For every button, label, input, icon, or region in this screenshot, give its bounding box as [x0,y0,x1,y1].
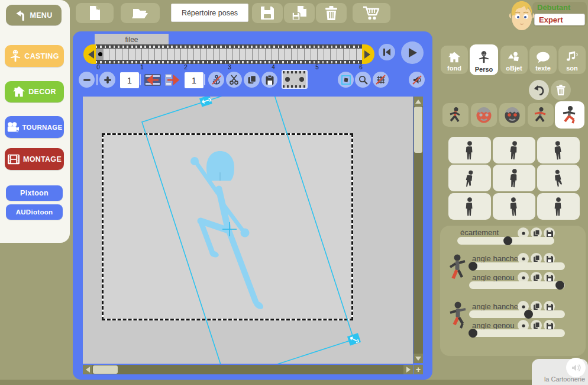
pose-button[interactable] [448,165,491,191]
leg2-genou-slider[interactable] [469,329,565,337]
character-variant-arms[interactable] [528,103,554,127]
scroll-up-button[interactable] [413,97,423,106]
play-button[interactable] [401,41,424,64]
canvas-overlay [83,97,413,364]
resize-handle-corner[interactable] [347,333,361,346]
character-variant-body[interactable] [442,103,469,127]
animation-canvas[interactable] [83,97,413,364]
sidebar-item-decor[interactable]: DECOR [5,81,64,102]
stick-figure-red-arms-icon [532,107,549,123]
pose-button[interactable] [448,137,491,163]
save-button[interactable] [252,3,283,23]
repertoire-poses-button[interactable]: Répertoire poses [171,4,248,22]
camera-icon [7,121,20,133]
new-file-button[interactable] [76,3,114,23]
leg1-genou-knob[interactable] [555,281,564,290]
vertical-scroll-thumb[interactable] [414,107,422,153]
leg1-genou-label: angle genou [472,273,515,282]
scroll-right-button[interactable] [403,365,413,374]
pose-button[interactable] [537,165,580,191]
zoom-tool-button[interactable] [355,72,371,88]
rewind-button[interactable] [379,44,395,60]
tab-fond[interactable]: fond [441,46,468,74]
sidebar-item-label: DECOR [28,88,56,96]
horizontal-scrollbar[interactable] [83,365,413,374]
tab-texte[interactable]: texte [529,46,557,74]
shop-button[interactable] [353,3,390,23]
sidebar-item-audiotoon[interactable]: AUDiotoon [6,204,63,220]
tab-label: Perso [475,66,493,73]
pose-button[interactable] [537,137,580,163]
undo-button[interactable] [529,80,549,100]
scarecrow-icon [478,50,490,65]
paste-button[interactable] [261,72,277,88]
timeline-tick: 3 [224,64,235,70]
sidebar-item-pixtoon[interactable]: Pixtoon [6,185,63,201]
sidebar-item-menu[interactable]: MENU [6,5,62,25]
grid-off-button[interactable] [373,72,389,88]
anchor-slash-icon [211,75,222,85]
pose-button[interactable] [493,137,535,163]
leg2-hanche-label: angle hanche [472,302,518,311]
frame-number-input[interactable] [185,72,203,88]
level-expert-selected[interactable]: Expert [534,14,585,25]
leg1-hanche-knob[interactable] [469,262,477,271]
vertical-scrollbar[interactable] [413,97,423,363]
delete-button[interactable] [316,3,347,23]
pose-button[interactable] [448,193,491,220]
frame-dot [299,77,304,82]
horizontal-scroll-thumb[interactable] [93,365,118,374]
pose-button[interactable] [493,193,535,220]
insert-frame-before-button[interactable] [143,73,162,87]
scroll-left-button[interactable] [83,365,92,374]
frame-view-button-selected[interactable] [282,70,308,89]
zoom-out-frames-button[interactable] [79,72,95,88]
pose-button[interactable] [493,165,535,191]
scroll-down-button[interactable] [413,354,423,363]
leg2-hanche-knob[interactable] [524,310,533,319]
leg1-hanche-slider[interactable] [469,262,565,270]
tab-objet[interactable]: oBjet [500,46,528,74]
select-tool-button[interactable] [338,72,354,88]
speech-bubble-icon [536,52,550,63]
sidebar-item-montage[interactable]: MONTAGE [5,148,64,170]
pose-name-tab[interactable]: filee [95,34,169,45]
cut-button[interactable] [226,72,242,88]
zoom-in-frames-button[interactable] [99,72,115,88]
sidebar-item-casting[interactable]: CASTING [5,45,64,67]
leg2-hanche-slider[interactable] [469,310,565,318]
sound-toggle[interactable] [566,358,586,377]
delete-element-button[interactable] [551,80,571,100]
level-debutant[interactable]: Débutant [537,3,584,13]
leg1-genou-slider[interactable] [469,281,565,289]
frame-count-input[interactable] [120,72,139,88]
ecartement-slider[interactable] [457,237,554,245]
tab-perso-selected[interactable]: Perso [470,44,498,75]
ecartement-knob[interactable] [503,236,512,245]
resize-handle-top[interactable] [199,97,212,107]
timeline-filmstrip[interactable] [96,44,362,64]
insert-frame-after-button[interactable] [164,73,183,87]
toolbar-divider [140,74,141,85]
grid-slash-icon [376,75,386,85]
anchor-off-button[interactable] [208,72,224,88]
leg2-genou-knob[interactable] [469,329,477,338]
save-copy-button[interactable] [284,3,315,23]
mute-button[interactable] [409,72,425,88]
character-variant-legs-selected[interactable] [555,101,584,129]
character-variant-face-dark[interactable] [499,103,525,127]
new-file-icon [88,5,102,21]
sidebar-item-tournage[interactable]: TOURNAGE [5,116,64,138]
copy-button[interactable] [244,72,260,88]
canvas-zoom-plus-button[interactable]: + [413,365,423,374]
pose-button[interactable] [537,193,580,220]
stick-figure-character[interactable] [190,151,265,311]
minus-icon [83,76,91,84]
character-variant-face-red[interactable] [471,103,497,127]
leg2-figure-icon [449,301,469,331]
playhead-marker[interactable] [98,52,102,56]
user-avatar[interactable] [507,0,537,33]
open-file-button[interactable] [121,3,160,23]
frame-view-middle [283,73,306,85]
tab-son[interactable]: son [558,46,586,74]
